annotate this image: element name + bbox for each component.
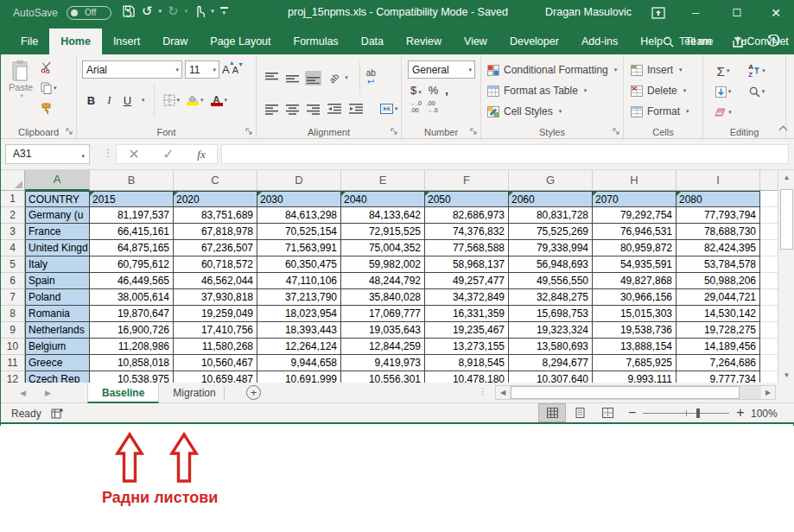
tab-developer[interactable]: Developer	[499, 28, 570, 54]
name-box[interactable]: A31▾	[5, 144, 90, 164]
borders-button[interactable]: ▾	[163, 94, 181, 106]
cell-value[interactable]: 19,538,736	[593, 322, 676, 339]
cell-country-header[interactable]: COUNTRY	[25, 191, 90, 207]
sheet-nav-prev-icon[interactable]: ◀	[20, 389, 26, 397]
cell-value[interactable]: 17,069,777	[341, 306, 425, 322]
cell-value[interactable]: 16,900,726	[90, 322, 174, 339]
row-header-12[interactable]: 12	[1, 371, 25, 383]
collapse-ribbon-button[interactable]	[780, 127, 788, 135]
cell-value[interactable]: 12,264,124	[257, 339, 341, 355]
cell-value[interactable]: 7,264,686	[676, 355, 760, 371]
clipboard-dialog-launcher[interactable]	[66, 128, 73, 136]
tab-insert[interactable]: Insert	[102, 28, 151, 54]
column-header-G[interactable]: G	[509, 170, 593, 191]
wrap-text-button[interactable]: ab↩	[366, 69, 376, 86]
paste-button[interactable]: Paste ▾	[6, 60, 35, 122]
vertical-scroll-thumb[interactable]	[780, 189, 793, 250]
cell-value[interactable]: 60,718,572	[174, 256, 257, 273]
cell-country[interactable]: Poland	[25, 289, 90, 306]
cell-year-2060[interactable]: 2060	[509, 191, 593, 207]
cell-value[interactable]: 10,560,467	[174, 355, 257, 371]
sheet-tab-baseline[interactable]: Baseline	[87, 383, 159, 403]
cell-value[interactable]: 74,376,832	[425, 224, 509, 240]
currency-button[interactable]: $▾	[410, 84, 422, 97]
format-painter-button[interactable]	[41, 101, 57, 117]
cell-value[interactable]: 83,751,689	[174, 207, 257, 224]
cell-year-2015[interactable]: 2015	[90, 191, 174, 207]
increase-decimal-button[interactable]: ←.0 .00	[410, 100, 422, 114]
cell-value[interactable]: 60,795,612	[90, 256, 174, 273]
underline-button[interactable]: U	[122, 94, 133, 107]
cell-value[interactable]: 82,686,973	[425, 207, 509, 224]
sheet-tab-migration[interactable]: Migration	[159, 383, 229, 403]
zoom-slider[interactable]	[643, 413, 729, 414]
cell-country[interactable]: Greece	[25, 355, 90, 371]
cell-country[interactable]: Czech Rep	[25, 371, 90, 383]
cell-value[interactable]: 46,449,565	[90, 273, 174, 289]
middle-align-button[interactable]	[284, 71, 301, 86]
cell-value[interactable]: 64,875,165	[90, 240, 174, 256]
cell-value[interactable]: 48,244,792	[341, 273, 425, 289]
cell-value[interactable]: 8,294,677	[509, 355, 593, 371]
cell-value[interactable]: 10,478,180	[425, 371, 509, 383]
cell-value[interactable]: 29,044,721	[676, 289, 760, 306]
cell-value[interactable]: 49,257,477	[425, 273, 509, 289]
row-header-10[interactable]: 10	[1, 339, 25, 355]
cell-value[interactable]: 77,568,588	[425, 240, 509, 256]
cell-value[interactable]: 11,580,268	[174, 339, 257, 355]
cell-value[interactable]: 34,372,849	[425, 289, 509, 306]
italic-button[interactable]: I	[104, 93, 115, 107]
cell-value[interactable]: 72,915,525	[341, 224, 425, 240]
cell-value[interactable]: 9,993,111	[593, 371, 676, 383]
cell-value[interactable]: 79,338,994	[509, 240, 593, 256]
cell-country[interactable]: United Kingd	[25, 240, 90, 256]
row-header-9[interactable]: 9	[1, 322, 25, 339]
tab-formulas[interactable]: Formulas	[283, 28, 350, 54]
cell-value[interactable]: 71,563,991	[257, 240, 341, 256]
zoom-in-button[interactable]: +	[736, 405, 744, 421]
decrease-indent-button[interactable]	[326, 102, 343, 117]
row-header-2[interactable]: 2	[1, 207, 25, 224]
normal-view-button[interactable]	[538, 403, 566, 422]
cell-country[interactable]: Spain	[25, 273, 90, 289]
fill-button[interactable]: ▾	[707, 86, 740, 98]
page-layout-view-button[interactable]	[566, 403, 594, 422]
tab-draw[interactable]: Draw	[151, 28, 199, 54]
cell-styles-button[interactable]: Cell Styles▾	[487, 103, 619, 120]
cut-button[interactable]	[41, 60, 57, 75]
cell-year-2040[interactable]: 2040	[341, 191, 425, 207]
horizontal-scroll-thumb[interactable]	[511, 386, 740, 399]
zoom-slider-thumb[interactable]	[696, 408, 700, 418]
increase-font-button[interactable]: A▲	[222, 63, 230, 76]
cell-country[interactable]: Romania	[25, 306, 90, 322]
sort-filter-button[interactable]: A Z▾	[740, 63, 774, 79]
clear-button[interactable]: ▾	[707, 108, 740, 117]
cell-value[interactable]: 50,988,206	[676, 273, 760, 289]
row-header-8[interactable]: 8	[1, 306, 25, 322]
sheet-bar-handle[interactable]: ⋮	[478, 386, 487, 397]
autosum-button[interactable]: Σ▾	[707, 64, 740, 79]
column-header-B[interactable]: B	[90, 170, 174, 191]
minimize-button[interactable]: ─	[678, 0, 713, 26]
cell-value[interactable]: 15,698,753	[509, 306, 593, 322]
cell-value[interactable]: 14,189,456	[676, 339, 760, 355]
cell-value[interactable]: 75,004,352	[341, 240, 425, 256]
find-select-button[interactable]: ▾	[740, 86, 774, 98]
cell-value[interactable]: 10,691,999	[257, 371, 341, 383]
decrease-decimal-button[interactable]: .00 →.0	[427, 100, 438, 114]
cell-value[interactable]: 47,110,106	[257, 273, 341, 289]
align-center-button[interactable]	[284, 102, 301, 117]
row-header-1[interactable]: 1	[1, 191, 25, 207]
column-header-D[interactable]: D	[257, 170, 341, 191]
cell-value[interactable]: 70,525,154	[257, 224, 341, 240]
cell-country[interactable]: Netherlands	[25, 322, 90, 339]
row-header-4[interactable]: 4	[1, 240, 25, 256]
row-header-5[interactable]: 5	[1, 256, 25, 273]
cell-year-2070[interactable]: 2070	[593, 191, 676, 207]
cell-value[interactable]: 17,410,756	[174, 322, 257, 339]
cell-value[interactable]: 78,688,730	[676, 224, 760, 240]
scroll-up-icon[interactable]: ▲	[778, 170, 794, 185]
cell-value[interactable]: 49,827,868	[593, 273, 676, 289]
cell-value[interactable]: 10,659,487	[174, 371, 257, 383]
cell-country[interactable]: Belgium	[25, 339, 90, 355]
